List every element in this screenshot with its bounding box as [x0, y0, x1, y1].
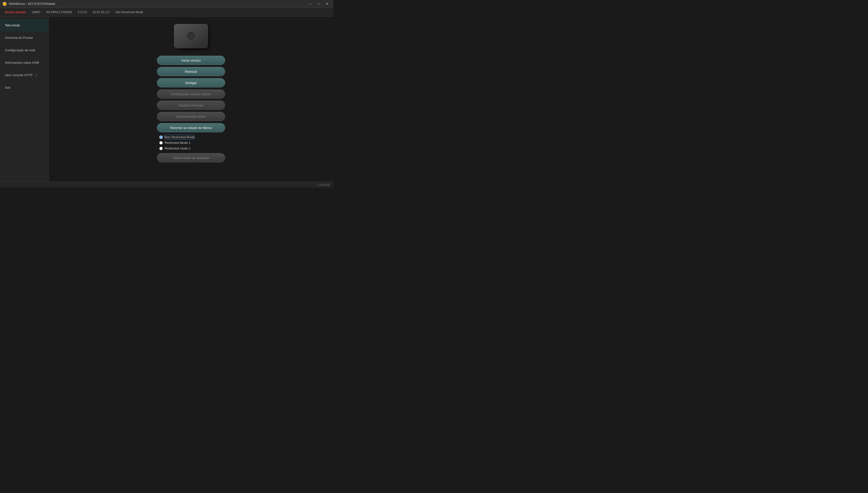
app-body: Tela Inicial Gerência do Pocket Configur… [0, 17, 333, 182]
operation-mode-radio-group: Non Restricted Mode Restricted Mode 1 Re… [157, 134, 225, 151]
ip-address: 10.53.76.117 [92, 10, 110, 14]
minimize-button[interactable]: ─ [306, 1, 314, 6]
app-version: v 4.13.0.0 [318, 184, 329, 186]
device-shadow [173, 48, 209, 51]
device-image [172, 21, 210, 51]
device-circle [187, 32, 196, 41]
sidebar-item-info-hsm[interactable]: Informações sobre HSM [0, 57, 49, 69]
sidebar-item-config-rede[interactable]: Configuração de rede [0, 44, 49, 57]
radio-restricted-2-label: Restricted mode 2 [165, 147, 190, 150]
iniciar-servico-button[interactable]: Iniciar serviço [157, 56, 225, 65]
maximize-button[interactable]: □ [315, 1, 322, 6]
window-title: DINAMOcon - KEY-STATION\Nadia [9, 2, 55, 6]
window-controls: ─ □ ✕ [306, 1, 331, 6]
action-buttons: Iniciar serviço Reiniciar Desligar Desbl… [157, 56, 225, 132]
title-bar-left: DINAMOcon - KEY-STATION\Nadia [2, 2, 55, 6]
device-type: (DMP) [32, 10, 41, 14]
close-button[interactable]: ✕ [323, 1, 331, 6]
radio-restricted-1-input[interactable] [159, 141, 163, 145]
main-content: Iniciar serviço Reiniciar Desligar Desbl… [49, 17, 333, 182]
firmware-version: 5.2.0.0 [78, 10, 87, 14]
app-logo [2, 2, 7, 6]
title-bar: DINAMOcon - KEY-STATION\Nadia ─ □ ✕ [0, 0, 333, 8]
alterar-btn-group: Alterar modo de operação [157, 153, 225, 163]
radio-non-restricted[interactable]: Non Restricted Mode [159, 135, 223, 139]
sincronizacao-online-button: Sincronização online [157, 112, 225, 121]
reiniciar-button[interactable]: Reiniciar [157, 67, 225, 76]
device-id: NS DPHL17010000 [46, 10, 72, 14]
radio-restricted-1-label: Restricted Mode 1 [165, 141, 190, 145]
sidebar-label-config-rede: Configuração de rede [5, 48, 36, 52]
radio-non-restricted-input[interactable] [159, 135, 163, 139]
radio-non-restricted-label: Non Restricted Mode [165, 135, 195, 139]
desbloquear-usuario-button: Desbloquear usuário master [157, 89, 225, 99]
status-bar: Serviço parado (DMP) NS DPHL17010000 5.2… [0, 8, 333, 17]
desligar-button[interactable]: Desligar [157, 78, 225, 87]
radio-restricted-2[interactable]: Restricted mode 2 [159, 147, 223, 150]
device-box [174, 24, 208, 48]
sidebar-item-tela-inicial[interactable]: Tela Inicial [0, 19, 49, 31]
retornar-estado-button[interactable]: Retornar ao estado de fábrica [157, 123, 225, 132]
sidebar-label-sair: Sair [5, 86, 10, 89]
radio-restricted-2-input[interactable] [159, 147, 163, 150]
external-link-icon: ↗ [35, 73, 37, 77]
atualizar-firmware-button: Atualizar firmware [157, 101, 225, 110]
operation-mode: Non Restricted Mode [116, 10, 143, 14]
radio-restricted-1[interactable]: Restricted Mode 1 [159, 141, 223, 145]
sidebar-item-console-http[interactable]: Abrir console HTTP ↗ [0, 69, 49, 81]
sidebar-item-gerencia-pocket[interactable]: Gerência do Pocket [0, 31, 49, 44]
sidebar-label-gerencia-pocket: Gerência do Pocket [5, 36, 33, 40]
bottom-bar: v 4.13.0.0 [0, 182, 333, 188]
sidebar-item-sair[interactable]: Sair [0, 81, 49, 94]
sidebar: Tela Inicial Gerência do Pocket Configur… [0, 17, 49, 182]
sidebar-label-console-http: Abrir console HTTP [5, 73, 32, 77]
service-status: Serviço parado [5, 10, 26, 14]
alterar-modo-button: Alterar modo de operação [157, 153, 225, 163]
sidebar-label-info-hsm: Informações sobre HSM [5, 61, 39, 64]
sidebar-label-tela-inicial: Tela Inicial [5, 23, 20, 27]
